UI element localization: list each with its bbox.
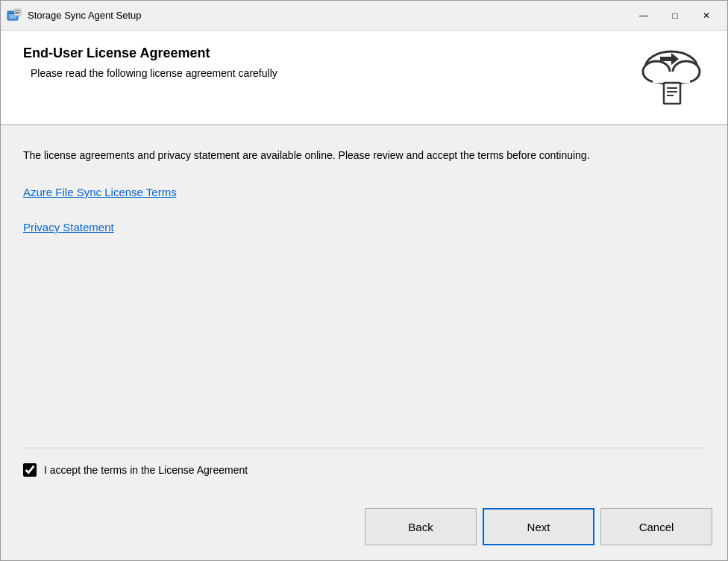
svg-rect-6	[15, 13, 19, 14]
close-button[interactable]: ✕	[691, 4, 721, 27]
maximize-button[interactable]: □	[660, 4, 690, 27]
minimize-button[interactable]: —	[629, 4, 659, 27]
svg-rect-12	[664, 83, 680, 104]
checkbox-area: I accept the terms in the License Agreem…	[23, 448, 705, 484]
window-title: Storage Sync Agent Setup	[28, 10, 629, 21]
license-terms-link[interactable]: Azure File Sync License Terms	[23, 186, 705, 198]
privacy-statement-link[interactable]: Privacy Statement	[23, 221, 705, 234]
content-section: The license agreements and privacy state…	[1, 125, 727, 499]
title-bar: Storage Sync Agent Setup — □ ✕	[1, 1, 727, 31]
setup-window: Storage Sync Agent Setup — □ ✕ End-User …	[0, 0, 728, 561]
app-icon	[7, 8, 22, 23]
header-text: End-User License Agreement Please read t…	[23, 46, 277, 79]
svg-rect-10	[653, 72, 690, 83]
svg-rect-4	[15, 10, 20, 11]
description-text: The license agreements and privacy state…	[23, 148, 605, 163]
accept-checkbox[interactable]	[23, 463, 37, 477]
header-icon	[638, 46, 705, 109]
next-button[interactable]: Next	[483, 508, 594, 545]
footer-section: Back Next Cancel	[1, 499, 727, 560]
page-title: End-User License Agreement	[23, 46, 277, 61]
header-section: End-User License Agreement Please read t…	[1, 31, 727, 125]
page-subtitle: Please read the following license agreem…	[31, 67, 277, 79]
checkbox-label[interactable]: I accept the terms in the License Agreem…	[44, 464, 248, 476]
window-controls: — □ ✕	[629, 4, 721, 27]
svg-rect-5	[15, 12, 20, 13]
cancel-button[interactable]: Cancel	[600, 508, 712, 545]
back-button[interactable]: Back	[365, 508, 477, 545]
links-container: Azure File Sync License Terms Privacy St…	[23, 186, 705, 256]
